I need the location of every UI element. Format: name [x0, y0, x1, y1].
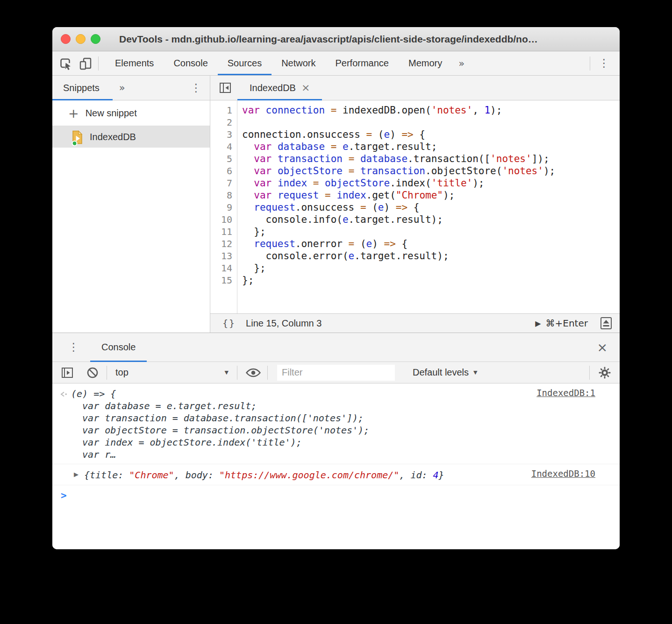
traffic-lights	[61, 34, 100, 44]
clear-console-icon	[86, 366, 100, 380]
editor-tab-label: IndexedDB	[250, 83, 296, 93]
line-number[interactable]: 3	[210, 128, 237, 141]
code-token	[242, 202, 254, 213]
code-token: e	[343, 214, 349, 225]
navigator-menu-icon[interactable]: ⋮	[185, 83, 207, 93]
code-line[interactable]: var database = e.target.result;	[242, 141, 620, 153]
code-line[interactable]: console.info(e.target.result);	[242, 213, 620, 226]
console-sidebar-toggle-button[interactable]	[58, 363, 77, 382]
inspect-element-button[interactable]	[56, 54, 76, 73]
tab-sources[interactable]: Sources	[218, 51, 272, 75]
line-number[interactable]: 12	[210, 238, 237, 250]
line-number[interactable]: 10	[210, 213, 237, 226]
fullscreen-window-button[interactable]	[91, 34, 100, 44]
code-token: request	[254, 238, 295, 249]
code-token: connection.onsuccess	[242, 129, 366, 140]
code-token: };	[242, 275, 254, 286]
navigator-sidebar: Snippets » ⋮ + New snippet Inde	[52, 76, 210, 333]
code-token: =	[331, 105, 337, 116]
new-snippet-button[interactable]: + New snippet	[52, 100, 210, 126]
execution-context-select[interactable]: top ▼	[115, 367, 232, 378]
code-line[interactable]: };	[242, 262, 620, 274]
code-token: (	[366, 202, 378, 213]
tab-elements[interactable]: Elements	[105, 51, 164, 75]
line-number[interactable]: 4	[210, 141, 237, 153]
main-menu-icon[interactable]: ⋮	[593, 58, 615, 69]
code-line[interactable]: request.onsuccess = (e) => {	[242, 201, 620, 213]
code-token	[272, 141, 278, 152]
console-object-preview[interactable]: {title: "Chrome", body: "https://www.goo…	[84, 468, 444, 482]
code-line[interactable]: var request = index.get("Chrome");	[242, 189, 620, 201]
line-number[interactable]: 1	[210, 104, 237, 116]
console-source-link[interactable]: IndexedDB:10	[531, 468, 620, 479]
expand-icon[interactable]: ▶	[74, 468, 84, 478]
tab-memory[interactable]: Memory	[399, 51, 452, 75]
line-number[interactable]: 14	[210, 262, 237, 274]
close-window-button[interactable]	[61, 34, 71, 44]
tab-snippets[interactable]: Snippets	[52, 76, 113, 100]
code-token: e	[366, 238, 372, 249]
line-number[interactable]: 15	[210, 274, 237, 286]
snippet-item-indexeddb[interactable]: IndexedDB	[52, 126, 210, 148]
code-line[interactable]: var transaction = database.transaction([…	[242, 153, 620, 165]
run-snippet-icon[interactable]: ▶	[535, 319, 541, 328]
code-token: =>	[396, 202, 407, 213]
clear-console-button[interactable]	[83, 363, 102, 382]
close-drawer-icon[interactable]: ×	[597, 341, 608, 354]
code-line[interactable]: var index = objectStore.index('title');	[242, 177, 620, 189]
code-token	[242, 141, 254, 152]
tab-network[interactable]: Network	[272, 51, 325, 75]
toggle-navigator-button[interactable]	[213, 76, 237, 100]
line-number[interactable]: 5	[210, 153, 237, 165]
deactivate-button[interactable]	[600, 317, 612, 330]
code-token: .target.result;	[349, 141, 437, 152]
device-toolbar-button[interactable]	[76, 54, 95, 73]
code-token: request	[278, 190, 319, 201]
minimize-window-button[interactable]	[76, 34, 86, 44]
console-function-preview[interactable]: (e) => { var database = e.target.result;…	[71, 388, 369, 461]
code-line[interactable]: };	[242, 274, 620, 286]
tab-console[interactable]: Console	[164, 51, 217, 75]
code-token: }	[439, 469, 444, 481]
code-line[interactable]: console.error(e.target.result);	[242, 250, 620, 262]
code-lines: var connection = indexedDB.open('notes',…	[237, 100, 620, 313]
code-token	[260, 105, 266, 116]
code-line[interactable]: var objectStore = transaction.objectStor…	[242, 165, 620, 177]
code-editor[interactable]: 123456789101112131415 var connection = i…	[210, 100, 620, 313]
tab-performance[interactable]: Performance	[326, 51, 399, 75]
line-number[interactable]: 7	[210, 177, 237, 189]
pretty-print-button[interactable]: {}	[222, 318, 236, 329]
line-number[interactable]: 13	[210, 250, 237, 262]
console-message: (e) => { var database = e.target.result;…	[52, 383, 620, 464]
panel-collapse-icon	[219, 82, 232, 94]
code-token: );	[472, 177, 484, 189]
code-line[interactable]: };	[242, 226, 620, 238]
code-line[interactable]	[242, 116, 620, 128]
code-line[interactable]: connection.onsuccess = (e) => {	[242, 128, 620, 141]
code-line[interactable]: request.onerror = (e) => {	[242, 238, 620, 250]
more-navigator-tabs-icon[interactable]: »	[113, 82, 132, 93]
code-token: )	[372, 238, 384, 249]
code-token: {	[414, 129, 425, 140]
line-number[interactable]: 9	[210, 201, 237, 213]
code-token	[242, 238, 254, 249]
console-source-link[interactable]: IndexedDB:1	[536, 388, 620, 398]
console-filter-input[interactable]	[277, 365, 395, 381]
prompt-chevron-icon: >	[61, 490, 67, 501]
console-prompt[interactable]: >	[52, 485, 620, 501]
console-settings-button[interactable]	[595, 363, 614, 382]
line-number[interactable]: 8	[210, 189, 237, 201]
line-number[interactable]: 6	[210, 165, 237, 177]
editor-tab-indexeddb[interactable]: IndexedDB ×	[237, 76, 322, 100]
code-line[interactable]: var connection = indexedDB.open('notes',…	[242, 104, 620, 116]
line-number[interactable]: 11	[210, 226, 237, 238]
close-tab-icon[interactable]: ×	[301, 83, 310, 93]
more-tabs-icon[interactable]: »	[452, 58, 471, 69]
live-expression-button[interactable]	[244, 363, 263, 382]
inspect-cursor-icon	[59, 57, 73, 71]
log-levels-select[interactable]: Default levels ▼	[413, 367, 478, 378]
tab-drawer-console[interactable]: Console	[90, 333, 147, 362]
drawer-menu-icon[interactable]: ⋮	[63, 342, 85, 353]
line-number[interactable]: 2	[210, 116, 237, 128]
code-token	[272, 177, 278, 189]
